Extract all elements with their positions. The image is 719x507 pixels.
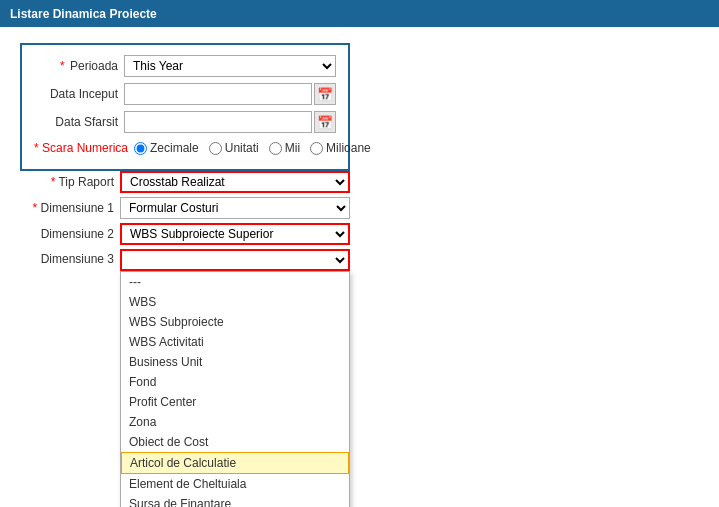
title-text: Listare Dinamica Proiecte bbox=[10, 7, 157, 21]
data-sfarsit-label: Data Sfarsit bbox=[34, 115, 124, 129]
dropdown-item[interactable]: Fond bbox=[121, 372, 349, 392]
radio-zecimale[interactable]: Zecimale bbox=[134, 141, 199, 155]
data-sfarsit-row: Data Sfarsit 📅 bbox=[34, 111, 336, 133]
perioada-label: * Perioada bbox=[34, 59, 124, 73]
data-inceput-label: Data Inceput bbox=[34, 87, 124, 101]
right-panel: * Tip Raport Crosstab Realizat * Dimensi… bbox=[20, 171, 350, 271]
data-inceput-field: 📅 bbox=[124, 83, 336, 105]
tip-raport-label: * Tip Raport bbox=[20, 175, 120, 189]
data-inceput-input[interactable] bbox=[124, 83, 312, 105]
radio-unitati[interactable]: Unitati bbox=[209, 141, 259, 155]
perioada-row: * Perioada This Year bbox=[34, 55, 336, 77]
dropdown-item[interactable]: Obiect de Cost bbox=[121, 432, 349, 452]
dropdown-item[interactable]: WBS Activitati bbox=[121, 332, 349, 352]
dropdown-item[interactable]: Profit Center bbox=[121, 392, 349, 412]
dropdown-item[interactable]: Element de Cheltuiala bbox=[121, 474, 349, 494]
dropdown-item[interactable]: Zona bbox=[121, 412, 349, 432]
dimensiune3-select[interactable] bbox=[120, 249, 350, 271]
scara-label: * Scara Numerica bbox=[34, 141, 128, 155]
tip-raport-select[interactable]: Crosstab Realizat bbox=[120, 171, 350, 193]
radio-milioane[interactable]: Milioane bbox=[310, 141, 371, 155]
scara-radio-group: Zecimale Unitati Mii Milioane bbox=[134, 141, 371, 155]
tip-raport-row: * Tip Raport Crosstab Realizat bbox=[20, 171, 350, 193]
data-sfarsit-calendar-icon[interactable]: 📅 bbox=[314, 111, 336, 133]
dimensiune1-select[interactable]: Formular Costuri bbox=[120, 197, 350, 219]
main-content: * Perioada This Year Data Inceput 📅 Data… bbox=[0, 27, 719, 507]
dropdown-item[interactable]: --- bbox=[121, 272, 349, 292]
scara-row: * Scara Numerica Zecimale Unitati Mii Mi… bbox=[34, 141, 336, 155]
dimensiune3-label: Dimensiune 3 bbox=[20, 249, 120, 266]
dimensiune2-label: Dimensiune 2 bbox=[20, 227, 120, 241]
dimensiune2-row: Dimensiune 2 WBS Subproiecte Superior bbox=[20, 223, 350, 245]
dimensiune1-row: * Dimensiune 1 Formular Costuri bbox=[20, 197, 350, 219]
dimensiune3-wrapper: ---WBSWBS SubproiecteWBS ActivitatiBusin… bbox=[120, 249, 350, 271]
data-inceput-row: Data Inceput 📅 bbox=[34, 83, 336, 105]
dimensiune3-row: Dimensiune 3 ---WBSWBS SubproiecteWBS Ac… bbox=[20, 249, 350, 271]
data-inceput-calendar-icon[interactable]: 📅 bbox=[314, 83, 336, 105]
dimensiune2-select[interactable]: WBS Subproiecte Superior bbox=[120, 223, 350, 245]
dropdown-item[interactable]: Business Unit bbox=[121, 352, 349, 372]
dimensiune3-dropdown: ---WBSWBS SubproiecteWBS ActivitatiBusin… bbox=[120, 271, 350, 507]
title-bar: Listare Dinamica Proiecte bbox=[0, 0, 719, 27]
dropdown-item[interactable]: Sursa de Finantare bbox=[121, 494, 349, 507]
left-panel: * Perioada This Year Data Inceput 📅 Data… bbox=[20, 43, 350, 171]
dimensiune1-label: * Dimensiune 1 bbox=[20, 201, 120, 215]
dropdown-item[interactable]: WBS bbox=[121, 292, 349, 312]
dropdown-item[interactable]: Articol de Calculatie bbox=[121, 452, 349, 474]
dropdown-item[interactable]: WBS Subproiecte bbox=[121, 312, 349, 332]
perioada-select[interactable]: This Year bbox=[124, 55, 336, 77]
radio-mii[interactable]: Mii bbox=[269, 141, 300, 155]
data-sfarsit-field: 📅 bbox=[124, 111, 336, 133]
data-sfarsit-input[interactable] bbox=[124, 111, 312, 133]
